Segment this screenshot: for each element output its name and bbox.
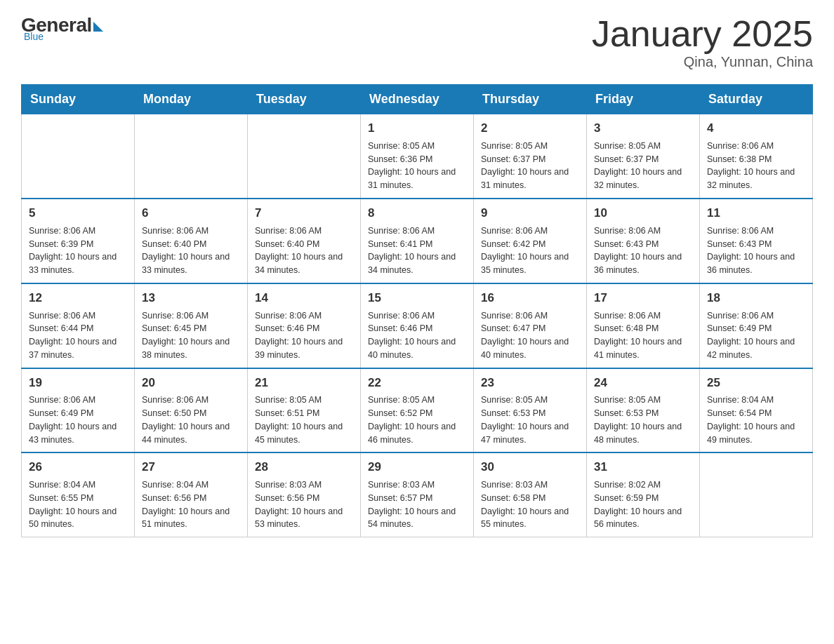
day-info: Sunrise: 8:06 AM Sunset: 6:47 PM Dayligh…	[481, 309, 579, 362]
calendar-cell-2-2: 6Sunrise: 8:06 AM Sunset: 6:40 PM Daylig…	[135, 199, 248, 283]
day-number: 10	[594, 205, 692, 222]
calendar-cell-5-3: 28Sunrise: 8:03 AM Sunset: 6:56 PM Dayli…	[248, 452, 361, 537]
day-info: Sunrise: 8:06 AM Sunset: 6:46 PM Dayligh…	[255, 309, 353, 362]
calendar-cell-4-2: 20Sunrise: 8:06 AM Sunset: 6:50 PM Dayli…	[135, 368, 248, 453]
calendar-week-1: 1Sunrise: 8:05 AM Sunset: 6:36 PM Daylig…	[22, 114, 813, 199]
day-info: Sunrise: 8:05 AM Sunset: 6:37 PM Dayligh…	[481, 140, 579, 192]
day-info: Sunrise: 8:03 AM Sunset: 6:58 PM Dayligh…	[481, 478, 579, 531]
location-text: Qina, Yunnan, China	[592, 54, 813, 70]
calendar-cell-3-4: 15Sunrise: 8:06 AM Sunset: 6:46 PM Dayli…	[361, 283, 474, 368]
calendar-cell-3-2: 13Sunrise: 8:06 AM Sunset: 6:45 PM Dayli…	[135, 283, 248, 368]
day-info: Sunrise: 8:06 AM Sunset: 6:42 PM Dayligh…	[481, 224, 579, 277]
calendar-cell-1-4: 1Sunrise: 8:05 AM Sunset: 6:36 PM Daylig…	[361, 114, 474, 199]
calendar-cell-1-3	[248, 114, 361, 199]
day-info: Sunrise: 8:02 AM Sunset: 6:59 PM Dayligh…	[594, 478, 692, 531]
day-info: Sunrise: 8:06 AM Sunset: 6:41 PM Dayligh…	[368, 224, 466, 277]
weekday-header-friday: Friday	[587, 85, 700, 114]
day-number: 11	[707, 205, 805, 222]
day-number: 8	[368, 205, 466, 222]
calendar-cell-5-4: 29Sunrise: 8:03 AM Sunset: 6:57 PM Dayli…	[361, 452, 474, 537]
day-number: 26	[29, 459, 127, 476]
day-info: Sunrise: 8:06 AM Sunset: 6:46 PM Dayligh…	[368, 309, 466, 362]
calendar-cell-2-1: 5Sunrise: 8:06 AM Sunset: 6:39 PM Daylig…	[22, 199, 135, 283]
calendar-cell-5-6: 31Sunrise: 8:02 AM Sunset: 6:59 PM Dayli…	[587, 452, 700, 537]
day-number: 13	[142, 290, 240, 307]
day-info: Sunrise: 8:06 AM Sunset: 6:45 PM Dayligh…	[142, 309, 240, 362]
day-info: Sunrise: 8:05 AM Sunset: 6:53 PM Dayligh…	[481, 394, 579, 446]
calendar-week-5: 26Sunrise: 8:04 AM Sunset: 6:55 PM Dayli…	[22, 452, 813, 537]
calendar-cell-5-2: 27Sunrise: 8:04 AM Sunset: 6:56 PM Dayli…	[135, 452, 248, 537]
day-number: 19	[29, 375, 127, 391]
day-number: 4	[707, 120, 805, 137]
calendar-cell-3-3: 14Sunrise: 8:06 AM Sunset: 6:46 PM Dayli…	[248, 283, 361, 368]
calendar-cell-2-5: 9Sunrise: 8:06 AM Sunset: 6:42 PM Daylig…	[474, 199, 587, 283]
calendar-cell-3-5: 16Sunrise: 8:06 AM Sunset: 6:47 PM Dayli…	[474, 283, 587, 368]
day-info: Sunrise: 8:06 AM Sunset: 6:38 PM Dayligh…	[707, 140, 805, 192]
calendar-cell-4-5: 23Sunrise: 8:05 AM Sunset: 6:53 PM Dayli…	[474, 368, 587, 453]
calendar-cell-4-1: 19Sunrise: 8:06 AM Sunset: 6:49 PM Dayli…	[22, 368, 135, 453]
day-info: Sunrise: 8:06 AM Sunset: 6:48 PM Dayligh…	[594, 309, 692, 362]
day-number: 18	[707, 290, 805, 307]
page-header: General Blue January 2025 Qina, Yunnan, …	[21, 14, 813, 70]
day-number: 9	[481, 205, 579, 222]
day-number: 16	[481, 290, 579, 307]
day-info: Sunrise: 8:06 AM Sunset: 6:50 PM Dayligh…	[142, 394, 240, 446]
day-number: 25	[707, 375, 805, 391]
weekday-header-sunday: Sunday	[22, 85, 135, 114]
day-number: 30	[481, 459, 579, 476]
day-number: 23	[481, 375, 579, 391]
day-info: Sunrise: 8:03 AM Sunset: 6:56 PM Dayligh…	[255, 478, 353, 531]
day-number: 3	[594, 120, 692, 137]
day-number: 1	[368, 120, 466, 137]
calendar-cell-1-7: 4Sunrise: 8:06 AM Sunset: 6:38 PM Daylig…	[700, 114, 813, 199]
day-number: 29	[368, 459, 466, 476]
weekday-header-tuesday: Tuesday	[248, 85, 361, 114]
calendar-cell-2-7: 11Sunrise: 8:06 AM Sunset: 6:43 PM Dayli…	[700, 199, 813, 283]
calendar-cell-4-3: 21Sunrise: 8:05 AM Sunset: 6:51 PM Dayli…	[248, 368, 361, 453]
calendar-cell-2-3: 7Sunrise: 8:06 AM Sunset: 6:40 PM Daylig…	[248, 199, 361, 283]
day-info: Sunrise: 8:06 AM Sunset: 6:43 PM Dayligh…	[707, 224, 805, 277]
title-area: January 2025 Qina, Yunnan, China	[592, 14, 813, 70]
calendar-cell-5-7	[700, 452, 813, 537]
day-info: Sunrise: 8:06 AM Sunset: 6:44 PM Dayligh…	[29, 309, 127, 362]
logo-triangle-icon	[93, 22, 103, 32]
day-info: Sunrise: 8:06 AM Sunset: 6:43 PM Dayligh…	[594, 224, 692, 277]
calendar-cell-5-1: 26Sunrise: 8:04 AM Sunset: 6:55 PM Dayli…	[22, 452, 135, 537]
calendar-cell-2-4: 8Sunrise: 8:06 AM Sunset: 6:41 PM Daylig…	[361, 199, 474, 283]
day-number: 5	[29, 205, 127, 222]
day-info: Sunrise: 8:03 AM Sunset: 6:57 PM Dayligh…	[368, 478, 466, 531]
day-number: 15	[368, 290, 466, 307]
calendar-cell-1-2	[135, 114, 248, 199]
day-number: 27	[142, 459, 240, 476]
day-number: 14	[255, 290, 353, 307]
calendar-week-3: 12Sunrise: 8:06 AM Sunset: 6:44 PM Dayli…	[22, 283, 813, 368]
day-number: 28	[255, 459, 353, 476]
day-info: Sunrise: 8:05 AM Sunset: 6:37 PM Dayligh…	[594, 140, 692, 192]
calendar-table: SundayMondayTuesdayWednesdayThursdayFrid…	[21, 84, 813, 537]
calendar-cell-4-7: 25Sunrise: 8:04 AM Sunset: 6:54 PM Dayli…	[700, 368, 813, 453]
day-info: Sunrise: 8:06 AM Sunset: 6:49 PM Dayligh…	[707, 309, 805, 362]
day-info: Sunrise: 8:06 AM Sunset: 6:40 PM Dayligh…	[142, 224, 240, 277]
weekday-header-monday: Monday	[135, 85, 248, 114]
calendar-cell-1-6: 3Sunrise: 8:05 AM Sunset: 6:37 PM Daylig…	[587, 114, 700, 199]
weekday-header-wednesday: Wednesday	[361, 85, 474, 114]
day-number: 7	[255, 205, 353, 222]
calendar-cell-3-7: 18Sunrise: 8:06 AM Sunset: 6:49 PM Dayli…	[700, 283, 813, 368]
weekday-header-saturday: Saturday	[700, 85, 813, 114]
day-number: 6	[142, 205, 240, 222]
calendar-cell-1-5: 2Sunrise: 8:05 AM Sunset: 6:37 PM Daylig…	[474, 114, 587, 199]
calendar-week-2: 5Sunrise: 8:06 AM Sunset: 6:39 PM Daylig…	[22, 199, 813, 283]
month-title: January 2025	[592, 14, 813, 54]
day-info: Sunrise: 8:06 AM Sunset: 6:40 PM Dayligh…	[255, 224, 353, 277]
calendar-cell-5-5: 30Sunrise: 8:03 AM Sunset: 6:58 PM Dayli…	[474, 452, 587, 537]
day-number: 12	[29, 290, 127, 307]
day-info: Sunrise: 8:05 AM Sunset: 6:36 PM Dayligh…	[368, 140, 466, 192]
calendar-cell-3-6: 17Sunrise: 8:06 AM Sunset: 6:48 PM Dayli…	[587, 283, 700, 368]
calendar-week-4: 19Sunrise: 8:06 AM Sunset: 6:49 PM Dayli…	[22, 368, 813, 453]
day-info: Sunrise: 8:05 AM Sunset: 6:52 PM Dayligh…	[368, 394, 466, 446]
day-number: 2	[481, 120, 579, 137]
day-info: Sunrise: 8:06 AM Sunset: 6:39 PM Dayligh…	[29, 224, 127, 277]
calendar-cell-4-6: 24Sunrise: 8:05 AM Sunset: 6:53 PM Dayli…	[587, 368, 700, 453]
day-info: Sunrise: 8:05 AM Sunset: 6:53 PM Dayligh…	[594, 394, 692, 446]
day-info: Sunrise: 8:04 AM Sunset: 6:56 PM Dayligh…	[142, 478, 240, 531]
